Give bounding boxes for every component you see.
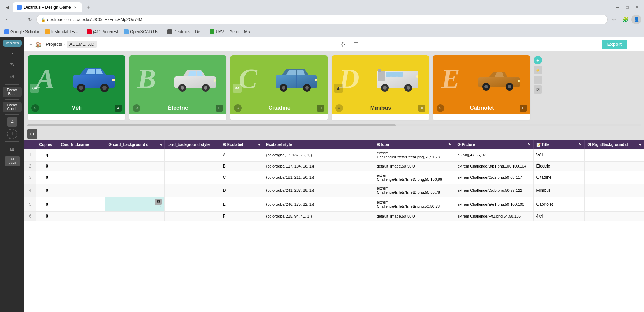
table-settings-btn[interactable]: ⚙ [27,129,37,139]
url-bar[interactable]: 🔒 dextrous.com.au/decks/c9C0etExFmcEMp2O… [36,15,608,24]
svg-point-17 [305,86,309,90]
cards-scrollbar[interactable] [24,123,644,128]
extensions-btn[interactable]: 🧩 [620,15,630,24]
card-side-icon-1[interactable]: ⚡ [534,66,542,74]
cell-card-bg-style-1[interactable] [164,149,220,162]
sidebar-tab-events-bads[interactable]: Events Bads [3,87,22,97]
close-window-btn[interactable]: ✕ [633,3,641,12]
th-card-bg-style[interactable]: card_background style [164,140,220,149]
th-picture[interactable]: 🖼 Picture ✎ [454,140,533,149]
cell-nickname-1[interactable] [58,149,105,162]
tab-prev-btn[interactable]: ◀ [3,3,11,12]
bookmark-dextrous[interactable]: Dextrous – De... [167,29,204,34]
bookmark-m5[interactable]: M5 [244,29,250,34]
active-tab[interactable]: Dextrous – Design Game ✕ [13,2,82,12]
forward-btn[interactable]: → [14,15,24,24]
maximize-btn[interactable]: □ [623,3,631,12]
tab-close-btn[interactable]: ✕ [73,5,78,10]
main-content: ← 🏠 › Projects › ADEME_XD {} ⊤ Export ⋮ … [24,37,644,312]
th-ecolabel-style[interactable]: Ecolabel style [263,140,374,149]
sidebar-add-btn[interactable]: + [7,129,17,139]
breadcrumb-separator-2: › [64,42,65,47]
card-e-car-image [476,64,522,94]
table-header-row: Copies Card Nickname 🖼 card_background [24,140,644,149]
sidebar-tool-csv[interactable]: All CSVs [5,156,20,166]
minimize-btn[interactable]: ─ [613,3,622,12]
bookmark-pinterest[interactable]: (41) Pinterest [87,29,118,34]
back-btn[interactable]: ← [3,15,13,24]
svg-point-11 [204,86,207,90]
table-row: 4 0 D {color:rgba(241, 237, 28, 1)} [24,184,644,197]
more-menu-btn[interactable]: ⋮ [630,40,640,49]
bookmark-star[interactable]: ☆ [609,15,619,24]
svg-point-27 [383,86,387,90]
cell-right-bg-1[interactable] [585,149,644,162]
th-card-bg[interactable]: 🖼 card_background d ◂ [105,140,165,149]
filter-icon[interactable]: ⊤ [351,40,361,49]
sidebar-events-bads-label: Events Bads [7,88,18,96]
cell-ecolabel-style-1[interactable]: {color:rgba(13, 137, 75, 1)} [263,149,374,162]
bookmark-instructables[interactable]: Instructables -... [45,29,81,34]
svg-rect-25 [378,69,381,72]
tab-bar: ◀ Dextrous – Design Game ✕ + ─ □ ✕ [0,0,644,13]
url-lock-icon: 🔒 [41,17,46,22]
new-tab-btn[interactable]: + [83,2,93,12]
bookmark-openscad[interactable]: OpenSCAD Us... [124,29,162,34]
home-icon[interactable]: 🏠 [35,41,42,48]
sidebar-divider-3 [5,114,19,115]
cell-copies-1[interactable]: 4 [36,149,58,162]
code-icon[interactable]: {} [338,40,348,49]
th-copies[interactable]: Copies [36,140,58,149]
card-side-icon-3[interactable]: ☑ [534,85,542,94]
card-b-title: Électric [168,105,188,111]
th-title[interactable]: 📝 Title ✎ [533,140,585,149]
app-container: Vehicles ⋮ ✎ ↺ Events Bads Events Goods … [0,37,644,312]
cell-card-bg-5-highlighted[interactable]: 🖼 ↕ [105,197,165,212]
card-b-car-image [173,64,218,94]
refresh-btn[interactable]: ↻ [25,15,35,24]
card-a[interactable]: A [27,55,126,121]
cell-icon-1[interactable]: extrem Challenge/Effets/EffetA.png,50,91… [374,149,454,162]
cell-picture-1[interactable]: a3.png,47,56,161 [454,149,533,162]
table-toolbar: ⚙ [24,128,644,140]
add-card-btn[interactable]: + [534,56,542,64]
projects-link[interactable]: Projects [46,42,62,47]
profile-btn[interactable]: 👤 [631,15,641,24]
bookmark-aero[interactable]: Aero [229,29,238,34]
svg-rect-18 [315,79,317,81]
back-nav-btn[interactable]: ← [29,42,33,47]
cell-title-1[interactable]: Véli [533,149,585,162]
card-a-count: 4 [115,105,122,112]
bookmark-uav[interactable]: UAV [210,29,224,34]
sidebar-menu-btn[interactable]: ⋮ [8,49,16,57]
card-d[interactable]: D [331,55,430,121]
card-e[interactable]: E [432,55,531,121]
sidebar-tab-events-goods[interactable]: Events Goods [3,102,22,112]
sidebar-tool-table[interactable]: ⊞ [7,144,17,154]
cell-ecolabel-1[interactable]: A [220,149,263,162]
bookmark-m5-label: M5 [244,29,250,34]
sidebar-tab-vehicles[interactable]: Vehicles [3,40,22,47]
sidebar-divider-4 [5,141,19,142]
th-icon[interactable]: 🖼 Icon ✎ [374,140,454,149]
th-ecolabel[interactable]: 🖼 Ecolabel ◂ [220,140,263,149]
breadcrumb-separator: › [43,42,44,47]
bookmark-pinterest-label: (41) Pinterest [93,29,118,34]
sidebar-tool-edit[interactable]: ✎ [7,59,17,70]
top-bar: ← 🏠 › Projects › ADEME_XD {} ⊤ Export ⋮ [24,37,644,52]
cell-card-bg-1[interactable] [105,149,165,162]
bookmark-aero-label: Aero [229,29,238,34]
row-num-1: 1 [24,149,36,162]
left-sidebar: Vehicles ⋮ ✎ ↺ Events Bads Events Goods … [0,37,24,312]
bookmark-google-scholar[interactable]: Google Scholar [4,29,39,34]
card-b[interactable]: B [129,55,227,121]
export-btn[interactable]: Export [602,40,627,49]
card-a-car-image [71,64,117,94]
th-right-bg[interactable]: 🖼 RightBackground d ◂ [585,140,644,149]
card-side-icon-2[interactable]: ☰ [534,76,542,84]
card-c[interactable]: C [230,55,328,121]
sidebar-count-badge[interactable]: 4 [7,117,17,127]
th-nickname[interactable]: Card Nickname [58,140,105,149]
sidebar-tool-refresh[interactable]: ↺ [7,72,17,82]
card-c-car-image [274,64,319,94]
